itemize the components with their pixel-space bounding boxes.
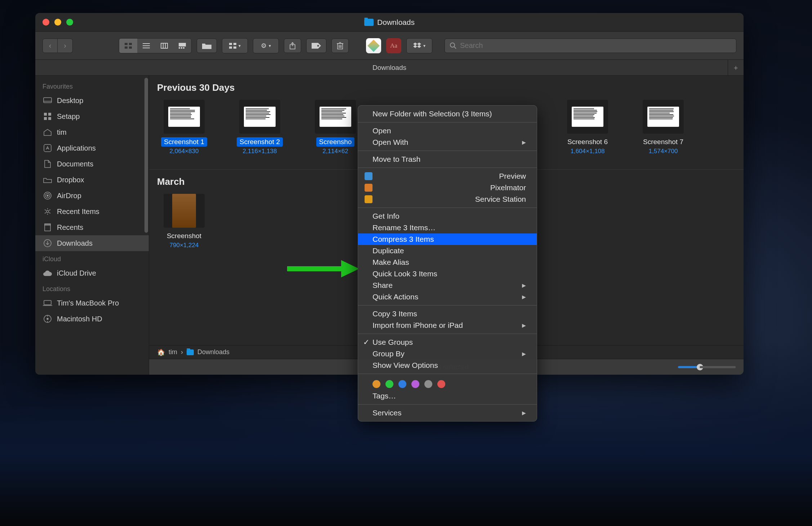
menu-separator [358,208,537,208]
trash-button[interactable] [331,39,349,53]
file-item[interactable]: Screenshot 61,604×1,108 [561,100,615,155]
menu-item-preview[interactable]: Preview [358,170,537,182]
sidebar[interactable]: FavouritesDesktopSetapptimApplicationsDo… [35,76,149,375]
sidebar-item-recents[interactable]: Recents [35,219,149,235]
dropbox-group: ▾ [406,38,432,53]
forward-button[interactable]: › [58,39,73,53]
sidebar-item-icloud-drive[interactable]: iCloud Drive [35,265,149,281]
tag-color-dot[interactable] [385,380,393,388]
path-segment[interactable]: Downloads [197,348,229,356]
file-dimensions: 1,574×700 [649,148,678,155]
sidebar-item-airdrop[interactable]: AirDrop [35,188,149,204]
sidebar-scrollbar[interactable] [144,78,148,233]
menu-item-duplicate[interactable]: Duplicate [358,245,537,257]
sidebar-item-downloads[interactable]: Downloads [35,235,149,251]
tag-color-dot[interactable] [398,380,406,388]
menu-item-get-info[interactable]: Get Info [358,210,537,222]
menu-item-label: Duplicate [372,246,404,255]
tag-button[interactable] [306,39,326,53]
search-input[interactable] [460,41,731,50]
menu-item-rename-3-items[interactable]: Rename 3 Items… [358,222,537,233]
sidebar-item-desktop[interactable]: Desktop [35,93,149,108]
chevron-right-icon: › [181,348,183,356]
menu-item-label: Service Station [475,195,526,204]
file-item[interactable]: Screenshot 22,116×1,138 [233,100,287,155]
sidebar-item-dropbox[interactable]: Dropbox [35,172,149,188]
home-icon[interactable]: 🏠 [157,348,165,356]
maximize-button[interactable] [66,19,73,26]
column-view-button[interactable] [155,39,173,53]
menu-item-label: Group By [372,349,405,358]
dropbox-button[interactable]: ▾ [407,39,432,53]
menu-item-compress-3-items[interactable]: Compress 3 Items [358,233,537,245]
close-button[interactable] [43,19,49,26]
file-item[interactable]: Screensho2,114×62 [308,100,362,155]
sidebar-item-applications[interactable]: Applications [35,140,149,156]
tag-color-dot[interactable] [411,380,419,388]
menu-item-move-to-trash[interactable]: Move to Trash [358,153,537,165]
zoom-thumb[interactable] [697,364,703,370]
menu-item-label: Open With [372,138,408,147]
list-view-button[interactable] [137,39,155,53]
action-button[interactable]: ⚙ ▾ [253,39,278,53]
back-button[interactable]: ‹ [43,39,58,53]
file-item[interactable]: Screenshot790×1,224 [157,194,211,249]
tag-color-dot[interactable] [424,380,432,388]
menu-item-open-with[interactable]: Open With▶ [358,137,537,148]
menu-item-import-from-iphone-or-ipad[interactable]: Import from iPhone or iPad▶ [358,320,537,331]
sidebar-item-macintosh-hd[interactable]: Macintosh HD [35,311,149,327]
sidebar-item-documents[interactable]: Documents [35,156,149,172]
menu-item-tags[interactable]: Tags… [358,390,537,402]
zoom-slider[interactable] [678,366,736,368]
menu-item-share[interactable]: Share▶ [358,280,537,291]
new-folder-button[interactable] [197,39,217,53]
menu-item-group-by[interactable]: Group By▶ [358,348,537,360]
share-button[interactable] [284,39,301,53]
tag-color-dot[interactable] [437,380,445,388]
path-segment[interactable]: tim [169,348,177,356]
menu-item-use-groups[interactable]: ✓Use Groups [358,336,537,348]
tag-color-dot[interactable] [372,380,380,388]
menu-item-quick-actions[interactable]: Quick Actions▶ [358,291,537,303]
menu-separator [358,151,537,151]
menu-item-show-view-options[interactable]: Show View Options [358,360,537,371]
arrange-button[interactable]: ▾ [222,39,247,53]
svg-rect-16 [229,46,232,49]
recents-icon [43,222,53,232]
file-dimensions: 2,064×830 [170,148,199,155]
svg-rect-31 [48,113,51,116]
sidebar-item-label: tim [57,128,67,137]
sidebar-item-tim-s-macbook-pro[interactable]: Tim's MacBook Pro [35,295,149,311]
menu-item-make-alias[interactable]: Make Alias [358,257,537,268]
file-item[interactable]: Screenshot 71,574×700 [636,100,690,155]
sidebar-item-label: Setapp [57,112,80,121]
menu-separator [358,305,537,306]
minimize-button[interactable] [54,19,61,26]
svg-line-27 [454,47,456,49]
sidebar-item-tim[interactable]: tim [35,124,149,140]
svg-rect-32 [44,117,47,120]
gallery-view-button[interactable] [173,39,191,53]
tab-title[interactable]: Downloads [372,64,406,72]
svg-rect-30 [44,113,47,116]
menu-item-services[interactable]: Services▶ [358,407,537,419]
menu-item-pixelmator[interactable]: Pixelmator [358,182,537,193]
menu-item-copy-3-items[interactable]: Copy 3 Items [358,308,537,320]
search-field[interactable] [445,39,736,53]
sidebar-item-recent-items[interactable]: Recent Items [35,204,149,219]
sidebar-item-setapp[interactable]: Setapp [35,108,149,124]
submenu-arrow-icon: ▶ [522,294,526,300]
file-item[interactable]: Screenshot 12,064×830 [157,100,211,155]
file-label: Screenshot 7 [640,137,686,147]
menu-item-quick-look-3-items[interactable]: Quick Look 3 Items [358,268,537,280]
icon-view-button[interactable] [119,39,137,53]
menu-item-open[interactable]: Open [358,125,537,137]
app-button-dictionary[interactable]: Aa [386,38,401,53]
tab-bar: Downloads ＋ [35,60,744,76]
sidebar-item-label: iCloud Drive [57,269,96,277]
menu-item-service-station[interactable]: Service Station [358,193,537,205]
menu-item-new-folder-with-selection-3-items[interactable]: New Folder with Selection (3 Items) [358,108,537,120]
submenu-arrow-icon: ▶ [522,322,526,328]
new-tab-button[interactable]: ＋ [728,60,744,75]
app-button-servicestation[interactable] [366,38,381,53]
